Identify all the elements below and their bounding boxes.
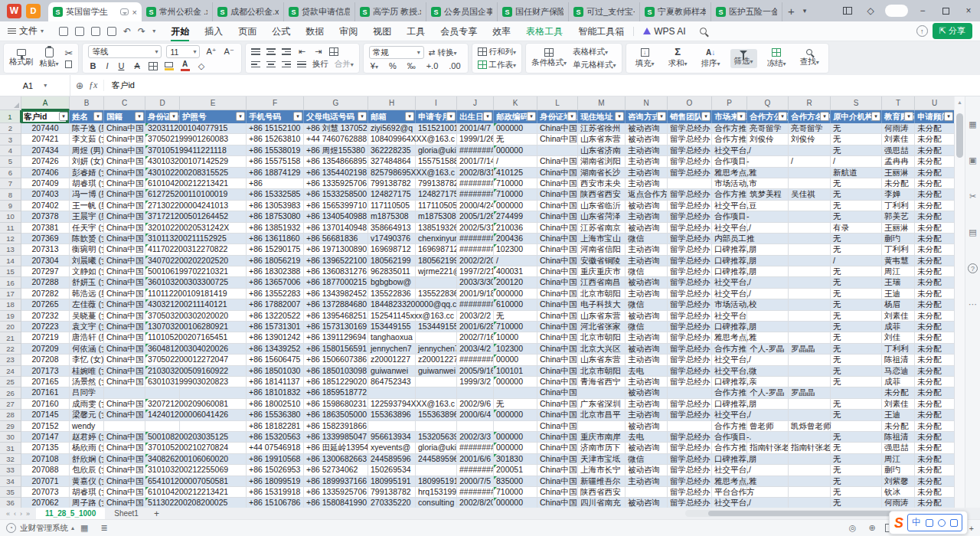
cell-L26[interactable]: China中国 [537, 387, 578, 398]
cell-C21[interactable]: China中国 [104, 332, 145, 343]
cell-G9[interactable]: +86 1565399710 [304, 201, 368, 211]
cell-L1[interactable]: 身份证地址▾ [537, 110, 578, 123]
cell-B26[interactable]: 吕同学 [70, 387, 104, 398]
filter-dropdown-icon[interactable]: ▾ [820, 112, 829, 121]
cell-U17[interactable]: 未分配 [915, 289, 955, 299]
filter-dropdown-icon[interactable]: ▾ [737, 112, 746, 121]
cell-N22[interactable]: 被动咨询 [626, 344, 668, 355]
cell-K30[interactable]: 000000 [494, 432, 537, 443]
cell-J5[interactable]: 2001/7/14 [457, 156, 494, 167]
font-color-button[interactable]: A [181, 60, 190, 71]
row-header-36[interactable]: 36 [0, 498, 21, 508]
cell-D16[interactable]: 360103200303300725 [145, 277, 180, 288]
cell-A32[interactable]: 207108 [21, 454, 70, 465]
cell-H31[interactable]: xyevents@ [368, 443, 416, 453]
decrease-font-button[interactable]: A⁻ [223, 47, 236, 57]
cell-J28[interactable]: 2000/6/4 [457, 410, 494, 420]
cell-P16[interactable]: 社交平台,/ [712, 277, 747, 288]
cell-J16[interactable]: 2003/3/30 [457, 277, 494, 288]
cell-J33[interactable]: ######## [457, 465, 494, 476]
cell-H18[interactable]: 18448233200000@qq.c [368, 299, 416, 310]
cell-A34[interactable]: 207071 [21, 476, 70, 487]
cell-H29[interactable] [368, 421, 416, 432]
cell-S16[interactable]: 无 [831, 277, 882, 288]
cell-R30[interactable] [789, 432, 831, 443]
cell-L17[interactable]: China中国 [537, 289, 578, 299]
cell-T19[interactable]: 刘素佳 [882, 311, 915, 322]
cell-S28[interactable]: 无 [831, 410, 882, 420]
fx-icon[interactable]: ƒx [89, 80, 104, 91]
cell-N5[interactable]: 主动咨询 [626, 156, 668, 167]
cell-D15[interactable]: 500106199702210321 [145, 266, 180, 277]
increase-decimal-button[interactable]: +.0 [425, 61, 440, 70]
cell-L21[interactable]: China中国 [537, 332, 578, 343]
row-header-13[interactable]: 13 [0, 244, 21, 255]
cell-J9[interactable]: 2000/4/24 [457, 201, 494, 211]
cell-J32[interactable]: 2001/6/6 [457, 454, 494, 465]
close-tab-icon[interactable]: × [132, 8, 137, 17]
cell-U7[interactable]: 未分配 [915, 178, 955, 189]
cell-D5[interactable]: 430103200107142529 [145, 156, 180, 167]
cell-O19[interactable]: 留学总经办 [668, 311, 712, 322]
cell-M19[interactable]: 山东省东营 [578, 311, 626, 322]
cell-N31[interactable]: 被动咨询 [626, 443, 668, 453]
cell-U32[interactable]: 未分配 [915, 454, 955, 465]
cell-L12[interactable]: China中国 [537, 234, 578, 244]
cell-R34[interactable] [789, 476, 831, 487]
cell-U34[interactable]: 未分配 [915, 476, 955, 487]
cell-J21[interactable]: 2002/7/16 [457, 332, 494, 343]
cell-S34[interactable]: 无 [831, 476, 882, 487]
cell-P18[interactable]: 市场活动,校 [712, 299, 747, 310]
cell-G32[interactable]: +86 1300682663 [304, 454, 368, 465]
print-icon[interactable] [91, 27, 100, 36]
cell-M31[interactable]: 济南市历下 [578, 443, 626, 453]
row-header-10[interactable]: 10 [0, 211, 21, 222]
cell-O26[interactable] [668, 387, 712, 398]
cell-N24[interactable]: 去电 [626, 366, 668, 377]
cell-P8[interactable]: 合作方推荐 [712, 189, 747, 200]
underline-button[interactable]: U [116, 61, 126, 70]
column-header-R[interactable]: R [789, 96, 831, 110]
cell-A10[interactable]: 207378 [21, 211, 70, 222]
cell-C26[interactable] [104, 387, 145, 398]
cell-F8[interactable]: +86 15332585 [247, 189, 304, 200]
cell-U21[interactable]: 未分配 [915, 332, 955, 343]
search-icon[interactable] [700, 28, 707, 34]
cell-D17[interactable]: 110112200109181419 [145, 289, 180, 299]
column-header-T[interactable]: T [882, 96, 915, 110]
cell-T35[interactable]: 钦冰 [882, 487, 915, 498]
cell-H4[interactable]: 362228235 [368, 145, 416, 156]
cell-D3[interactable]: 370502199901260083 [145, 134, 180, 145]
cell-I7[interactable]: 799138782 [416, 178, 457, 189]
cell-F28[interactable]: +86 15536380 [247, 410, 304, 420]
cell-R1[interactable]: 合作方名称▾ [789, 110, 831, 123]
cell-J25[interactable]: 1999/3/2 [457, 377, 494, 387]
cell-Q23[interactable] [747, 355, 789, 365]
cell-C18[interactable]: China中国 [104, 299, 145, 310]
cell-S33[interactable]: 无 [831, 465, 882, 476]
cell-K18[interactable]: 610000 [494, 299, 537, 310]
cell-F11[interactable]: +86 13851932 [247, 223, 304, 234]
cell-U23[interactable]: 未分配 [915, 355, 955, 365]
row-header-12[interactable]: 12 [0, 234, 21, 244]
share-button[interactable]: ⇱ 分享 [933, 23, 972, 39]
cell-D26[interactable] [145, 387, 180, 398]
cell-H19[interactable]: 152541145xxx@163.cc [368, 311, 416, 322]
cell-Q17[interactable] [747, 289, 789, 299]
cell-B5[interactable]: 刘妍 (女) [70, 156, 104, 167]
cell-Q26[interactable]: 个人-罗晶 [747, 387, 789, 398]
cell-B28[interactable]: 梁馨元 (女 [70, 410, 104, 420]
cell-Q28[interactable] [747, 410, 789, 420]
row-header-16[interactable]: 16 [0, 277, 21, 288]
document-tab[interactable]: S宁夏教师样本.xlsx [640, 2, 711, 21]
filter-dropdown-icon[interactable]: ▾ [405, 112, 414, 121]
cell-B9[interactable]: 王一帆 (男 [70, 201, 104, 211]
cell-C32[interactable]: China中国 [104, 454, 145, 465]
sogou-ime-logo[interactable]: S [894, 516, 903, 530]
cell-J8[interactable]: ######## [457, 189, 494, 200]
cell-L8[interactable]: China中国 [537, 189, 578, 200]
row-header-27[interactable]: 27 [0, 399, 21, 410]
cut-button[interactable]: ✂ [65, 48, 74, 58]
cell-T15[interactable]: 周江 [882, 266, 915, 277]
cell-M3[interactable]: 山东省东营 [578, 134, 626, 145]
